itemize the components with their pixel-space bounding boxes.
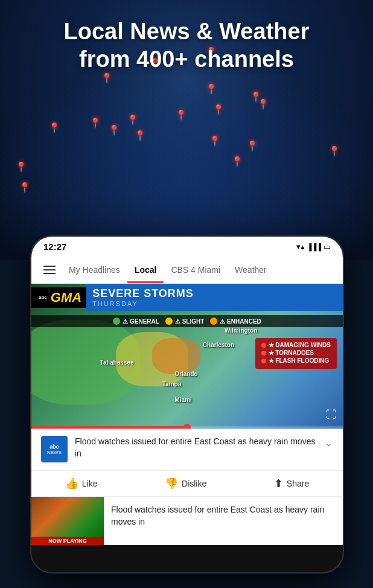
map-pin-15: 📍 (328, 145, 340, 157)
wifi-icon: ▾▴ (296, 242, 305, 251)
status-bar: 12:27 ▾▴ ▐▐▐ ▭ (31, 237, 343, 257)
map-pin-16: 📍 (231, 156, 243, 167)
map-pin-12: 📍 (134, 130, 146, 141)
now-playing-card[interactable]: NOW PLAYING Flood watches issued for ent… (31, 497, 343, 545)
progress-bar[interactable] (31, 426, 343, 429)
progress-fill (31, 426, 187, 429)
hero-title: Local News & Weather from 400+ channels (0, 18, 373, 73)
map-pin-17: 📍 (15, 161, 27, 173)
storm-title: SEVERE STORMS (92, 287, 337, 300)
hamburger-menu[interactable] (37, 260, 62, 280)
map-pin-9: 📍 (89, 117, 101, 129)
threat-item: ★ DAMAGING WINDS (261, 342, 331, 348)
news-logo-news: NEWS (47, 450, 62, 455)
map-pin-3: 📍 (205, 83, 217, 95)
nav-tab-local[interactable]: Local (127, 257, 164, 283)
map-pin-10: 📍 (48, 122, 60, 133)
map-pin-5: 📍 (257, 98, 269, 110)
status-time: 12:27 (43, 241, 66, 252)
threats-box: ★ DAMAGING WINDS★ TORNADOES★ FLASH FLOOD… (255, 338, 337, 369)
like-button[interactable]: 👍 Like (65, 477, 98, 490)
nav-tab-weather[interactable]: Weather (228, 257, 274, 283)
like-label: Like (82, 479, 98, 488)
status-icons: ▾▴ ▐▐▐ ▭ (296, 242, 331, 251)
nav-tabs: My HeadlinesLocalCBS 4 MiamiWeather (62, 257, 337, 283)
share-icon: ⬆ (274, 477, 283, 490)
news-card: abc NEWS Flood watches issued for entire… (31, 429, 343, 470)
video-player[interactable]: abc GMA SEVERE STORMS THURSDAY ⚠ GENERAL… (31, 284, 343, 429)
signal-icon: ▐▐▐ (307, 243, 321, 251)
map-pin-2: 📍 (101, 72, 113, 84)
map-pin-8: 📍 (127, 114, 139, 126)
nav-bar: My HeadlinesLocalCBS 4 MiamiWeather (31, 257, 343, 284)
action-bar: 👍 Like 👎 Dislike ⬆ Share (31, 470, 343, 497)
map-pin-11: 📍 (108, 124, 120, 136)
map-pin-13: 📍 (209, 135, 221, 147)
news-logo-abc: abc (49, 444, 59, 450)
map-pin-14: 📍 (246, 140, 258, 152)
storm-day: THURSDAY (92, 300, 337, 307)
legend-strip: ⚠ GENERAL⚠ SLIGHT⚠ ENHANCED (31, 315, 343, 327)
map-pin-6: 📍 (212, 104, 225, 115)
expand-icon[interactable]: ⌄ (324, 436, 333, 449)
phone-frame: 12:27 ▾▴ ▐▐▐ ▭ My HeadlinesLocalCBS 4 Mi… (30, 235, 344, 574)
weather-overlay: abc GMA SEVERE STORMS THURSDAY ⚠ GENERAL… (31, 284, 343, 429)
threat-item: ★ FLASH FLOODING (261, 357, 331, 364)
nav-tab-cbs-4-miami[interactable]: CBS 4 Miami (164, 257, 228, 283)
news-headline: Flood watches issued for entire East Coa… (75, 436, 317, 459)
map-pin-18: 📍 (19, 182, 31, 193)
legend-item-enhanced: ⚠ ENHANCED (210, 318, 261, 325)
fullscreen-icon[interactable]: ⛶ (326, 409, 337, 421)
city-wilmington: Wilmington (225, 327, 257, 334)
hero-section: Local News & Weather from 400+ channels (0, 18, 373, 73)
map-pin-7: 📍 (175, 109, 187, 121)
nav-tab-my-headlines[interactable]: My Headlines (62, 257, 127, 283)
dislike-icon: 👎 (165, 477, 178, 490)
gma-banner: abc GMA SEVERE STORMS THURSDAY (31, 284, 343, 311)
video-background: abc GMA SEVERE STORMS THURSDAY ⚠ GENERAL… (31, 284, 343, 429)
news-logo: abc NEWS (41, 436, 68, 462)
now-playing-thumbnail: NOW PLAYING (31, 497, 104, 545)
share-label: Share (287, 479, 309, 488)
gma-logo: abc GMA (31, 287, 86, 308)
city-orlando: Orlando (174, 371, 197, 377)
storm-title-bar: SEVERE STORMS THURSDAY (86, 284, 343, 311)
city-charleston: Charleston (203, 342, 234, 348)
now-playing-badge: NOW PLAYING (31, 537, 104, 545)
abc-badge: abc (36, 293, 49, 301)
legend-item-general: ⚠ GENERAL (113, 318, 159, 325)
legend-item-slight: ⚠ SLIGHT (165, 318, 204, 325)
dislike-button[interactable]: 👎 Dislike (165, 477, 206, 490)
city-miami: Miami (174, 397, 191, 403)
battery-icon: ▭ (324, 242, 331, 251)
city-tampa: Tampa (162, 381, 182, 388)
share-button[interactable]: ⬆ Share (274, 477, 309, 490)
threat-item: ★ TORNADOES (261, 350, 331, 356)
dislike-label: Dislike (182, 479, 206, 488)
like-icon: 👍 (65, 477, 78, 490)
progress-dot (183, 424, 191, 429)
now-playing-headline: Flood watches issued for entire East Coa… (104, 497, 343, 545)
city-tallahassee: Tallahassee (100, 359, 134, 366)
gma-text: GMA (51, 290, 81, 305)
